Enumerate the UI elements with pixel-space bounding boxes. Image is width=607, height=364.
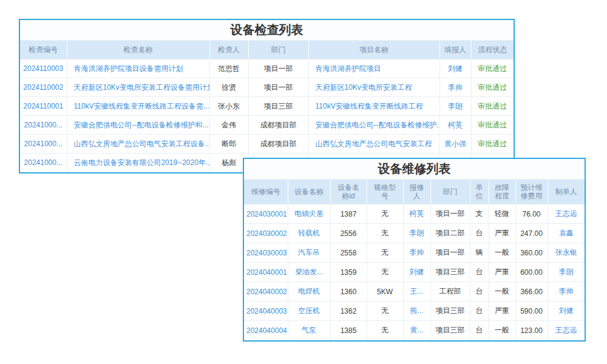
- device-id-cell: 1360: [330, 282, 367, 302]
- severity-cell: 轻微: [489, 204, 515, 224]
- table-row: 2024040002 电焊机 1360 5KW 王... 工程部 台 一般 36…: [244, 282, 585, 302]
- cost-cell: 76.00: [515, 204, 548, 224]
- table-row: 2024030003 汽车吊 2558 无 李帅 项目一部 辆 一般 360.0…: [244, 243, 585, 263]
- reporter-link[interactable]: 柯英: [439, 116, 471, 135]
- department-cell: 项目三部: [430, 302, 470, 321]
- unit-cell: 辆: [470, 243, 489, 263]
- project-name-link[interactable]: 安徽合肥供电公司--配电设备检修维护...: [308, 116, 439, 135]
- severity-cell: 严重: [489, 263, 515, 282]
- model-cell: 5KW: [367, 282, 403, 302]
- inspection-id-link[interactable]: 2024110002: [20, 78, 67, 97]
- severity-cell: 一般: [489, 282, 515, 302]
- inspection-id-link[interactable]: 2024110001: [20, 97, 67, 116]
- col-repair-department: 部门: [430, 180, 470, 204]
- repair-id-link[interactable]: 2024040001: [244, 263, 288, 282]
- table-row: 2024040001 柴油发... 1359 无 刘健 项目三部 台 严重 60…: [244, 263, 585, 282]
- repair-reporter-link[interactable]: 李朗: [403, 224, 430, 243]
- inspector-cell: 徐贤: [209, 78, 248, 97]
- inspection-id-link[interactable]: 20241000...: [20, 135, 67, 153]
- repair-reporter-link[interactable]: 柯英: [403, 204, 430, 224]
- col-repair-reporter: 报修 人: [403, 180, 430, 204]
- unit-cell: 台: [470, 224, 489, 243]
- status-badge: 审批通过: [471, 59, 514, 78]
- reporter-link[interactable]: 李朗: [439, 97, 471, 116]
- unit-cell: 台: [470, 263, 489, 282]
- repair-id-link[interactable]: 2024040002: [244, 282, 288, 302]
- reporter-link[interactable]: 黄小强: [439, 135, 471, 153]
- repair-id-link[interactable]: 2024030002: [244, 224, 288, 243]
- project-name-link[interactable]: 110kV安徽线程集变开断线路工程: [308, 97, 439, 116]
- inspection-id-link[interactable]: 20241000...: [20, 116, 67, 135]
- unit-cell: 台: [470, 302, 489, 321]
- cost-cell: 600.00: [515, 263, 548, 282]
- inspection-name-link[interactable]: 青海洪湖养护院项目设备需用计划: [67, 59, 209, 78]
- creator-link[interactable]: 袁鑫: [548, 224, 585, 243]
- device-name-link[interactable]: 电镐尖凿: [288, 204, 330, 224]
- department-cell: 工程部: [430, 282, 470, 302]
- department-cell: 项目三部: [430, 263, 470, 282]
- repair-reporter-link[interactable]: 李帅: [403, 243, 430, 263]
- unit-cell: 台: [470, 282, 489, 302]
- department-cell: 项目一部: [248, 59, 308, 78]
- inspection-name-link[interactable]: 110kV安徽线程集变开断线路工程设备需...: [67, 97, 209, 116]
- device-id-cell: 1362: [330, 302, 367, 321]
- department-cell: 项目三部: [248, 97, 308, 116]
- project-name-link[interactable]: 青海洪湖养护院项目: [308, 59, 439, 78]
- department-cell: 项目一部: [430, 204, 470, 224]
- cost-cell: 590.00: [515, 302, 548, 321]
- reporter-link[interactable]: 刘健: [439, 59, 471, 78]
- repair-reporter-link[interactable]: 熊...: [403, 302, 430, 321]
- device-id-cell: 1359: [330, 263, 367, 282]
- device-name-link[interactable]: 转载机: [288, 224, 330, 243]
- inspection-name-link[interactable]: 天府新区10Kv变电所安装工程设备需用计划: [67, 78, 209, 97]
- col-inspection-name: 检查名称: [67, 41, 209, 59]
- inspection-id-link[interactable]: 2024110003: [20, 59, 67, 78]
- reporter-link[interactable]: 李帅: [439, 78, 471, 97]
- creator-link[interactable]: 张永银: [548, 243, 585, 263]
- device-name-link[interactable]: 汽车吊: [288, 243, 330, 263]
- repair-id-link[interactable]: 2024040004: [244, 321, 288, 340]
- inspection-name-link[interactable]: 云南电力设备安装有限公司2019--2020年...: [67, 153, 209, 172]
- device-name-link[interactable]: 空压机: [288, 302, 330, 321]
- table-row: 20241000... 安徽合肥供电公司--配电设备检修维护和... 金伟 成都…: [20, 116, 514, 135]
- inspection-id-link[interactable]: 20241000...: [20, 153, 67, 172]
- table-row: 2024110001 110kV安徽线程集变开断线路工程设备需... 张小东 项…: [20, 97, 514, 116]
- repair-id-link[interactable]: 2024040003: [244, 302, 288, 321]
- repair-reporter-link[interactable]: 黄...: [403, 321, 430, 340]
- unit-cell: 台: [470, 321, 489, 340]
- severity-cell: 严重: [489, 224, 515, 243]
- repair-header-row: 维修编号 设备名称 设备名 称id 规格型 号 报修 人 部门 单 位 故障 程…: [244, 180, 585, 204]
- department-cell: 项目一部: [430, 243, 470, 263]
- creator-link[interactable]: 刘健: [548, 302, 585, 321]
- col-reporter: 填报人: [439, 41, 471, 59]
- project-name-link[interactable]: 天府新区10Kv变电所安装工程: [308, 78, 439, 97]
- model-cell: 无: [367, 302, 403, 321]
- creator-link[interactable]: 王志远: [548, 321, 585, 340]
- device-name-link[interactable]: 柴油发...: [288, 263, 330, 282]
- table-row: 2024110003 青海洪湖养护院项目设备需用计划 范思哲 项目一部 青海洪湖…: [20, 59, 514, 78]
- model-cell: 无: [367, 263, 403, 282]
- model-cell: 无: [367, 224, 403, 243]
- inspector-cell: 金伟: [209, 116, 248, 135]
- cost-cell: 360.00: [515, 243, 548, 263]
- repair-reporter-link[interactable]: 刘健: [403, 263, 430, 282]
- project-name-link[interactable]: 山西弘文房地产总公司电气安装工程: [308, 135, 439, 153]
- table-row: 2024040003 空压机 1362 无 熊... 项目三部 台 严重 590…: [244, 302, 585, 321]
- col-project-name: 项目名称: [308, 41, 439, 59]
- col-fault-degree: 故障 程度: [489, 180, 515, 204]
- inspection-name-link[interactable]: 安徽合肥供电公司--配电设备检修维护和...: [67, 116, 209, 135]
- device-name-link[interactable]: 电焊机: [288, 282, 330, 302]
- creator-link[interactable]: 李朗: [548, 263, 585, 282]
- device-name-link[interactable]: 气泵: [288, 321, 330, 340]
- inspector-cell: 断郎: [209, 135, 248, 153]
- creator-link[interactable]: 李帅: [548, 282, 585, 302]
- cost-cell: 247.00: [515, 224, 548, 243]
- inspection-name-link[interactable]: 山西弘文房地产总公司电气安装工程设备...: [67, 135, 209, 153]
- status-badge: 审批通过: [471, 97, 514, 116]
- repair-reporter-link[interactable]: 王...: [403, 282, 430, 302]
- creator-link[interactable]: 王志远: [548, 204, 585, 224]
- table-row: 20241000... 山西弘文房地产总公司电气安装工程设备... 断郎 成都项…: [20, 135, 514, 153]
- repair-id-link[interactable]: 2024030001: [244, 204, 288, 224]
- model-cell: 无: [367, 204, 403, 224]
- repair-id-link[interactable]: 2024030003: [244, 243, 288, 263]
